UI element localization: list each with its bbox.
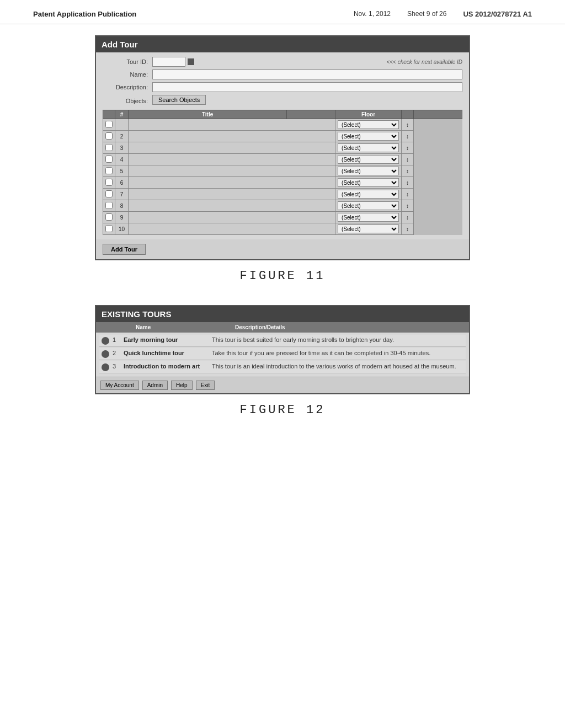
tour-name-0: Early morning tour: [124, 336, 212, 343]
figure-12-block: EXISTING TOURS Name Description/Details …: [33, 305, 532, 417]
row-num-7: 8: [115, 200, 129, 212]
tour-list-item[interactable]: 2 Quick lunchtime tour Take this tour if…: [99, 348, 466, 360]
tour-id-input[interactable]: [152, 57, 185, 67]
add-tour-panel-title: Add Tour: [96, 36, 469, 52]
tour-id-left: Tour ID:: [103, 57, 194, 67]
add-tour-body: Tour ID: <<< check for next available ID…: [96, 52, 469, 239]
th-action: [414, 110, 462, 119]
tour-num-1: 2: [113, 350, 124, 356]
row-checkbox-0[interactable]: [105, 121, 113, 128]
row-checkbox-6[interactable]: [105, 190, 113, 197]
table-row: 5 (Select) ↕: [103, 165, 462, 177]
th-floor: Floor: [335, 110, 402, 119]
row-title-8: [129, 212, 335, 223]
row-checkbox-8[interactable]: [105, 213, 113, 221]
floor-select-7[interactable]: (Select): [338, 201, 399, 210]
row-floor-select-4[interactable]: (Select): [335, 165, 402, 177]
figure-12-label: FIGURE 12: [33, 403, 532, 417]
row-title-9: [129, 223, 335, 235]
footer-btn-help[interactable]: Help: [171, 381, 193, 390]
main-content: Add Tour Tour ID: <<< check for next ava…: [0, 24, 565, 450]
table-row: 10 (Select) ↕: [103, 223, 462, 235]
row-num-2: 3: [115, 142, 129, 154]
tour-list-item[interactable]: 1 Early morning tour This tour is best s…: [99, 335, 466, 347]
th-number: [116, 323, 132, 331]
row-sort-5: ↕: [402, 177, 414, 189]
description-label: Description:: [103, 84, 152, 90]
patent-header: Patent Application Publication Nov. 1, 2…: [0, 0, 565, 24]
row-num-5: 6: [115, 177, 129, 189]
row-checkbox-1[interactable]: [105, 132, 113, 140]
row-floor-select-3[interactable]: (Select): [335, 154, 402, 165]
patent-meta: Nov. 1, 2012 Sheet 9 of 26 US 2012/02787…: [354, 10, 532, 18]
existing-tours-title: EXISTING TOURS: [96, 306, 469, 322]
row-sort-4: ↕: [402, 165, 414, 177]
th-select: [402, 110, 414, 119]
row-floor-select-9[interactable]: (Select): [335, 223, 402, 235]
row-title-7: [129, 200, 335, 212]
patent-sheet: Sheet 9 of 26: [407, 10, 446, 18]
row-checkbox-4[interactable]: [105, 167, 113, 174]
row-sort-3: ↕: [402, 154, 414, 165]
row-sort-1: ↕: [402, 131, 414, 142]
footer-btn-admin[interactable]: Admin: [142, 381, 168, 390]
footer-btn-my-account[interactable]: My Account: [100, 381, 139, 390]
row-checkbox-9[interactable]: [105, 225, 113, 232]
row-checkbox-7[interactable]: [105, 202, 113, 209]
row-num-0: [115, 119, 129, 131]
floor-select-3[interactable]: (Select): [338, 155, 399, 164]
floor-select-4[interactable]: (Select): [338, 167, 399, 175]
tour-bullet-0: [102, 337, 109, 345]
row-checkbox-3[interactable]: [105, 156, 113, 163]
row-floor-select-5[interactable]: (Select): [335, 177, 402, 189]
row-num-9: 10: [115, 223, 129, 235]
tour-list-item[interactable]: 3 Introduction to modern art This tour i…: [99, 361, 466, 373]
row-floor-select-7[interactable]: (Select): [335, 200, 402, 212]
row-title-5: [129, 177, 335, 189]
row-floor-select-8[interactable]: (Select): [335, 212, 402, 223]
floor-select-9[interactable]: (Select): [338, 224, 399, 233]
tour-desc-1: Take this tour if you are pressed for ti…: [212, 350, 463, 356]
search-objects-button[interactable]: Search Objects: [152, 95, 206, 105]
name-input[interactable]: [152, 69, 462, 79]
row-floor-select-0[interactable]: (Select): [335, 119, 402, 131]
tours-footer: My AccountAdminHelpExit: [96, 377, 469, 393]
row-checkbox-2[interactable]: [105, 144, 113, 151]
tour-desc-2: This tour is an ideal introduction to th…: [212, 363, 463, 370]
row-title-4: [129, 165, 335, 177]
table-row: (Select) ↕: [103, 119, 462, 131]
floor-select-6[interactable]: (Select): [338, 190, 399, 199]
floor-select-0[interactable]: (Select): [338, 120, 399, 129]
row-floor-select-1[interactable]: (Select): [335, 131, 402, 142]
row-sort-9: ↕: [402, 223, 414, 235]
patent-publication-title: Patent Application Publication: [33, 10, 136, 18]
figure-11-label: FIGURE 11: [33, 269, 532, 283]
description-row: Description:: [103, 82, 462, 92]
row-checkbox-5[interactable]: [105, 179, 113, 186]
th-check: [103, 110, 115, 119]
row-floor-select-6[interactable]: (Select): [335, 189, 402, 200]
tour-desc-0: This tour is best suited for early morni…: [212, 336, 463, 343]
tour-num-2: 3: [113, 363, 124, 370]
row-sort-0: ↕: [402, 119, 414, 131]
add-tour-button[interactable]: Add Tour: [103, 244, 146, 255]
tour-id-row: Tour ID: <<< check for next available ID: [103, 57, 462, 67]
description-input[interactable]: [152, 82, 462, 92]
table-row: 8 (Select) ↕: [103, 200, 462, 212]
add-tour-panel: Add Tour Tour ID: <<< check for next ava…: [95, 35, 470, 260]
tour-num-0: 1: [113, 336, 124, 343]
floor-select-1[interactable]: (Select): [338, 132, 399, 141]
objects-label: Objects:: [103, 98, 152, 104]
floor-select-2[interactable]: (Select): [338, 143, 399, 152]
tour-bullet-1: [102, 350, 109, 358]
th-description: Description/Details: [232, 323, 289, 331]
table-row: 9 (Select) ↕: [103, 212, 462, 223]
footer-btn-exit[interactable]: Exit: [196, 381, 215, 390]
row-floor-select-2[interactable]: (Select): [335, 142, 402, 154]
th-id: [99, 323, 116, 331]
figure-11-block: Add Tour Tour ID: <<< check for next ava…: [33, 35, 532, 283]
floor-select-8[interactable]: (Select): [338, 213, 399, 222]
row-title-2: [129, 142, 335, 154]
floor-select-5[interactable]: (Select): [338, 178, 399, 187]
row-title-6: [129, 189, 335, 200]
